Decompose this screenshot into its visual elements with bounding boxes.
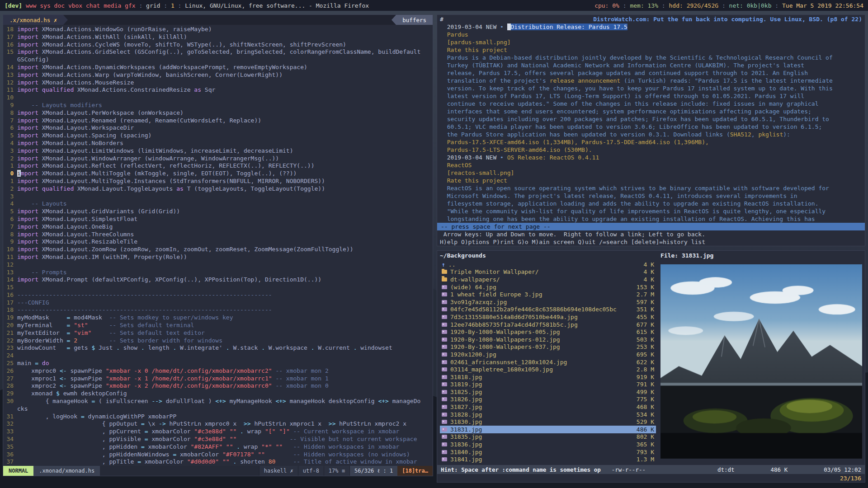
workspace[interactable]: www sys doc vbox chat media gfx (22, 2, 135, 9)
line-number: 11 (6, 253, 14, 261)
link[interactable]: Pardus-17.5-LTS-SERVER-amd64.iso (530MB)… (440, 146, 592, 153)
link[interactable]: Rate this project (440, 177, 507, 184)
link[interactable]: release announcement (550, 77, 621, 84)
file-row[interactable]: (wide) 64.jpg153 K (440, 283, 656, 291)
line-number: 2 (6, 155, 14, 163)
browser-line: [reactos-small.png] (440, 169, 862, 177)
image-preview (660, 264, 862, 459)
text-seg: "" (222, 458, 230, 465)
filemanager-commandline: 23/136 (437, 474, 865, 482)
file-row[interactable]: 1920x1200.jpg695 K (440, 351, 656, 358)
link[interactable]: [reactos-small.png] (440, 169, 514, 176)
code-line: 13 -- Prompts (6, 269, 433, 277)
code-line: 13import XMonad.Actions.Warp (warpToWind… (6, 71, 433, 79)
text-seg: dynamicLogWithPP xmobarPP (88, 413, 177, 420)
code-line: 37 , ppTitle = xmobarColor "#d0d0d0" "" … (6, 458, 433, 466)
xmobar: [dev] www sys doc vbox chat media gfx : … (0, 0, 868, 11)
file-row[interactable]: 31826.jpg775 K (440, 396, 656, 404)
file-row[interactable]: 31830.jpg529 K (440, 418, 656, 426)
image-file-icon (442, 397, 447, 401)
editor-tab[interactable]: .x/xmonad.hs ✗ (3, 15, 63, 25)
text-seg: : (658, 2, 669, 9)
up-directory-icon: ↑ (442, 261, 445, 268)
text-seg: 60.5.1; VLC media player has been update… (440, 123, 822, 130)
file-row[interactable]: 1920-By-1080-Wallpapers-037.jpg253 K (440, 343, 656, 351)
text-seg: = (91, 398, 99, 404)
file-row[interactable]: 31825.jpg499 K (440, 388, 656, 396)
file-row[interactable]: 1 wheat field Europe 3.jpg2.7 M (440, 291, 656, 298)
line-number: 19 (6, 314, 14, 322)
browser-line: Pardus-17.5-XFCE-amd64.iso (1,334MB), Pa… (440, 138, 862, 146)
line-number: 4 (6, 140, 14, 147)
file-row[interactable]: Triple Monitor Wallpaper/4 K (440, 268, 656, 276)
line-number: 32 (6, 420, 14, 428)
text-seg: myModMask (17, 314, 67, 321)
link[interactable]: Pardus-17.5-XFCE-amd64.iso (1,334MB), Pa… (440, 139, 709, 145)
file-row[interactable]: 7d3c13155880e514a8d6d70510be449a.jpg455 … (440, 313, 656, 321)
toolbar-mark[interactable]: # (440, 15, 443, 23)
image-file-icon (442, 338, 447, 342)
file-row[interactable]: 31818.jpg919 K (440, 373, 656, 381)
link[interactable]: ReactOS (440, 162, 472, 169)
code-line: GSConfig) (6, 56, 433, 64)
text-seg: xmproc2 (17, 382, 60, 389)
file-row[interactable]: 31841.jpg1.3 M (440, 455, 656, 463)
text-seg: XMonad.Actions.WithAll (sinkAll, killAll… (42, 33, 187, 40)
code-line: 1import XMonad.Layout.Reflect (reflectVe… (6, 162, 433, 170)
line-number: 14 (6, 276, 14, 284)
file-row[interactable]: 1920-By-1080-Wallpapers-012.jpg503 K (440, 336, 656, 343)
text-seg: longstanding one has been the ability to… (440, 216, 815, 222)
editor-lines[interactable]: 18import XMonad.Actions.WindowGo (runOrR… (3, 25, 433, 466)
text-seg: : (772, 2, 782, 9)
line-number: 24 (6, 352, 14, 360)
file-row[interactable]: 03114_mapletree_1680x1050.jpg2.8 M (440, 366, 656, 373)
image-file-icon (442, 442, 447, 446)
text-seg: xmobarColor (151, 436, 194, 442)
code-line: 5import XMonad.Layout.Spacing (spacing) (6, 132, 433, 140)
link[interactable]: OS Release: ReactOS 0.4.11 (507, 154, 599, 161)
file-row[interactable]: 02461_africansunset_1280x1024.jpg622 K (440, 358, 656, 366)
file-row[interactable]: 31819.jpg791 K (440, 381, 656, 389)
image-file-icon (442, 382, 447, 386)
preview-file-name: File: 31831.jpg (660, 252, 863, 260)
link[interactable]: [pardus-small.png] (440, 39, 511, 46)
file-row[interactable]: dt-wallpapers/4 K (440, 276, 656, 283)
line-number: 4 (6, 200, 14, 208)
file-row[interactable]: 1920-By-1080-Wallpapers-005.jpg615 K (440, 328, 656, 336)
workspace[interactable]: [dev] (5, 2, 22, 9)
line-number: 13 (6, 71, 14, 79)
line-number: 3 (6, 147, 14, 155)
text-seg: XMonad.Layout.PerWorkspace (onWorkspace) (42, 109, 184, 116)
file-row[interactable]: ↑..4 K (440, 261, 656, 268)
file-row[interactable]: 04fc7e45d58112b2a9fe446c8c635886b694e108… (440, 306, 656, 314)
file-row[interactable]: 12ee746bb85735f1a7a4cd4d7f581b5c.jpg677 … (440, 321, 656, 328)
file-row[interactable]: 31831.jpg486 K (440, 426, 656, 433)
line-number: 14 (6, 64, 14, 71)
link[interactable]: Distribution Release: Pardus 17.5 (511, 23, 627, 30)
text-seg: , ppHidden (17, 443, 141, 450)
file-row[interactable]: 3vo91g7azxqz.jpg597 K (440, 298, 656, 306)
text-seg: -- xmobar mon 2 (275, 367, 328, 374)
text-seg: XMonad.Layout.WindowArranger (windowArra… (42, 155, 279, 162)
line-number: 9 (6, 102, 14, 109)
file-row[interactable]: 31827.jpg468 K (440, 403, 656, 411)
link[interactable]: Pardus (440, 31, 468, 38)
text-seg: import (17, 48, 42, 55)
file-row[interactable]: 31828.jpg534 K (440, 411, 656, 418)
line-number: 33 (6, 428, 14, 436)
text-seg: <+> (378, 398, 392, 404)
file-size: 677 K (637, 321, 654, 328)
file-row[interactable]: 31840.jpg793 K (440, 448, 656, 456)
code-line: 5import XMonad.Layout.GridVariants (Grid… (6, 208, 433, 216)
link[interactable]: pkglist (758, 131, 783, 138)
image-file-icon (442, 285, 447, 289)
image-file-icon (442, 405, 447, 409)
file-list[interactable]: ↑..4 KTriple Monitor Wallpaper/4 Kdt-wal… (440, 261, 656, 465)
line-number: 25 (6, 360, 14, 367)
link[interactable]: SHA512 (730, 131, 751, 138)
text-seg: XMonad.Layout.IM (withIM, Property(Role)… (42, 253, 187, 260)
file-row[interactable]: 31835.jpg802 K (440, 433, 656, 441)
text-seg: import (17, 178, 42, 184)
file-row[interactable]: 31836.jpg365 K (440, 441, 656, 448)
link[interactable]: Rate this project (440, 47, 507, 53)
